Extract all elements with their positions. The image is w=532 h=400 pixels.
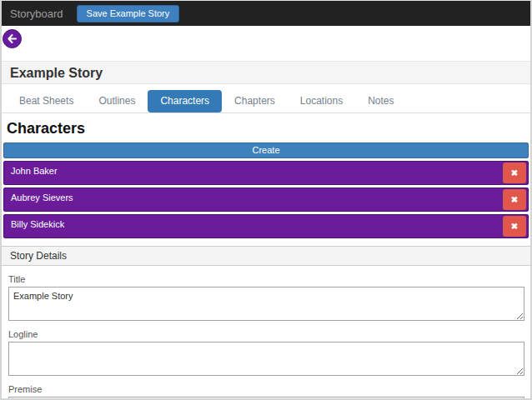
story-title-header: Example Story — [2, 61, 530, 84]
character-name: Billy Sidekick — [11, 215, 64, 238]
title-field[interactable]: Example Story — [8, 287, 524, 321]
story-details-form: Title Example Story Logline Premise John… — [2, 274, 530, 400]
delete-character-button[interactable]: ✖ — [503, 216, 526, 237]
save-story-button[interactable]: Save Example Story — [77, 5, 180, 22]
tab-beat-sheets[interactable]: Beat Sheets — [7, 90, 86, 112]
character-list: John Baker ✖ Aubrey Sievers ✖ Billy Side… — [2, 161, 530, 238]
list-item-character[interactable]: Aubrey Sievers ✖ — [3, 188, 529, 212]
app-brand: Storyboard — [10, 8, 63, 20]
back-button-row — [2, 26, 530, 61]
tab-outlines[interactable]: Outlines — [86, 90, 148, 112]
logline-label: Logline — [8, 329, 530, 339]
tab-locations[interactable]: Locations — [288, 90, 355, 112]
app-window: Storyboard Save Example Story Example St… — [0, 0, 532, 400]
x-close-icon: ✖ — [511, 222, 518, 231]
story-details-heading: Story Details — [2, 246, 530, 266]
list-item-character[interactable]: John Baker ✖ — [3, 161, 529, 185]
tab-characters[interactable]: Characters — [148, 90, 222, 112]
arrow-left-icon — [7, 33, 18, 44]
story-tabs: Beat Sheets Outlines Characters Chapters… — [2, 84, 530, 113]
character-name: John Baker — [11, 162, 58, 184]
character-name: Aubrey Sievers — [11, 188, 73, 211]
x-close-icon: ✖ — [511, 195, 518, 204]
tab-notes[interactable]: Notes — [355, 90, 406, 112]
characters-heading: Characters — [7, 120, 530, 138]
delete-character-button[interactable]: ✖ — [503, 189, 526, 210]
create-character-button[interactable]: Create — [3, 142, 529, 158]
premise-label: Premise — [8, 384, 530, 394]
premise-field[interactable]: John Baker is an out of work substitute … — [8, 397, 524, 400]
top-navbar: Storyboard Save Example Story — [2, 1, 530, 26]
delete-character-button[interactable]: ✖ — [503, 162, 526, 183]
tab-chapters[interactable]: Chapters — [222, 90, 288, 112]
title-label: Title — [8, 274, 530, 284]
back-button[interactable] — [3, 29, 22, 48]
x-close-icon: ✖ — [511, 168, 518, 178]
logline-field[interactable] — [8, 342, 524, 376]
list-item-character[interactable]: Billy Sidekick ✖ — [3, 214, 529, 238]
